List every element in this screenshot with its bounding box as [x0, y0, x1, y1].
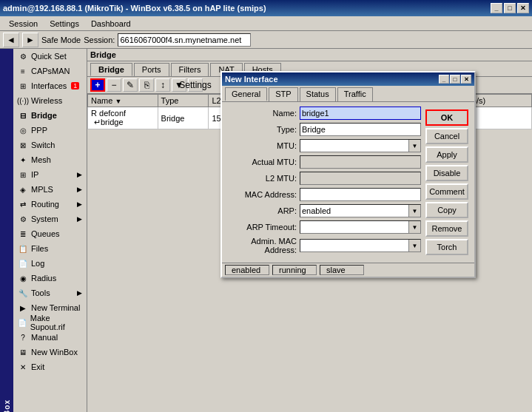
sidebar-item-label: Mesh	[31, 155, 51, 164]
sidebar-item-bridge[interactable]: ⊟ Bridge	[13, 108, 87, 123]
sidebar-item-new-terminal[interactable]: ▶ New Terminal	[13, 300, 87, 315]
sidebar-item-queues[interactable]: ≣ Queues	[13, 226, 87, 241]
wireless-icon: ((·))	[18, 95, 28, 106]
safe-mode-label: Safe Mode	[41, 36, 81, 44]
menu-session[interactable]: Session	[3, 18, 44, 30]
tab-filters[interactable]: Filters	[171, 63, 209, 76]
dialog-title-bar: New Interface _ □ ✕	[222, 72, 474, 86]
sidebar-item-ppp[interactable]: ◎ PPP	[13, 123, 87, 138]
tab-ports[interactable]: Ports	[134, 63, 169, 76]
dialog-tab-stp[interactable]: STP	[269, 87, 297, 101]
settings-button[interactable]: Settings	[188, 78, 203, 92]
sidebar-item-radius[interactable]: ◉ Radius	[13, 271, 87, 286]
sidebar-item-make-supout[interactable]: 📄 Make Supout.rif	[13, 315, 87, 330]
sidebar-item-mpls[interactable]: ◈ MPLS ▶	[13, 182, 87, 197]
l2mtu-input	[300, 172, 421, 185]
sort-button[interactable]: ↕	[155, 78, 170, 92]
copy-button[interactable]: Copy	[425, 202, 468, 218]
dialog-maximize-button[interactable]: □	[450, 75, 460, 84]
sidebar-item-routing[interactable]: ⇄ Routing ▶	[13, 197, 87, 212]
apply-button[interactable]: Apply	[425, 146, 468, 163]
sidebar-item-switch[interactable]: ⊠ Switch	[13, 138, 87, 152]
mtu-select[interactable]: ▼	[300, 139, 421, 152]
mtu-label: MTU:	[226, 141, 297, 150]
arp-arrow[interactable]: ▼	[408, 205, 420, 217]
sidebar-item-label: Switch	[31, 141, 55, 149]
dialog-tab-status[interactable]: Status	[300, 87, 336, 101]
terminal-icon: ▶	[18, 303, 28, 313]
remove-button[interactable]: −	[107, 78, 121, 92]
arp-timeout-arrow[interactable]: ▼	[408, 221, 420, 233]
arp-select[interactable]: enabled ▼	[300, 204, 421, 217]
sidebar-item-new-winbox[interactable]: 🖥 New WinBox	[13, 345, 87, 359]
sidebar-item-interfaces[interactable]: ⊞ Interfaces 1	[13, 78, 87, 93]
sidebar-item-exit[interactable]: ✕ Exit	[13, 359, 87, 374]
maximize-button[interactable]: □	[504, 3, 516, 13]
exit-icon: ✕	[18, 362, 28, 372]
minimize-button[interactable]: _	[491, 3, 502, 13]
back-button[interactable]: ◄	[3, 33, 19, 47]
capsman-icon: ≡	[18, 66, 28, 76]
dialog-tab-general[interactable]: General	[225, 87, 267, 101]
manual-icon: ?	[18, 332, 28, 342]
title-buttons: _ □ ✕	[491, 3, 529, 13]
row-flag: R defconf ↵bridge	[88, 107, 158, 129]
tab-bridge[interactable]: Bridge	[90, 63, 132, 76]
mtu-arrow[interactable]: ▼	[408, 140, 420, 152]
session-input[interactable]	[118, 33, 251, 47]
sidebar-item-label: Wireless	[31, 96, 62, 105]
sidebar-item-ip[interactable]: ⊞ IP ▶	[13, 167, 87, 182]
admin-mac-select[interactable]: ▼	[300, 239, 421, 252]
copy-button[interactable]: ⎘	[139, 78, 154, 92]
sidebar-item-label: Log	[31, 259, 44, 268]
sidebar-item-label: CAPsMAN	[31, 67, 70, 75]
sidebar-item-tools[interactable]: 🔧 Tools ▶	[13, 286, 87, 300]
arp-timeout-select[interactable]: ▼	[300, 220, 421, 234]
col-type[interactable]: Type	[158, 95, 209, 107]
sidebar-item-label: Files	[31, 244, 48, 253]
dialog-close-button[interactable]: ✕	[461, 75, 471, 84]
name-field-row: Name:	[226, 107, 421, 120]
actual-mtu-label: Actual MTU:	[226, 158, 297, 166]
arp-value: enabled	[300, 206, 408, 215]
sidebar-item-mesh[interactable]: ✦ Mesh	[13, 152, 87, 167]
remove-button[interactable]: Remove	[425, 220, 468, 237]
menu-dashboard[interactable]: Dashboard	[85, 18, 137, 30]
l2mtu-label: L2 MTU:	[226, 174, 297, 183]
ok-button[interactable]: OK	[425, 109, 468, 126]
add-button[interactable]: +	[90, 78, 105, 92]
comment-button[interactable]: Comment	[425, 183, 468, 200]
sidebar-item-wireless[interactable]: ((·)) Wireless	[13, 93, 87, 108]
admin-mac-arrow[interactable]: ▼	[408, 240, 420, 251]
mesh-icon: ✦	[18, 155, 28, 165]
edit-button[interactable]: ✎	[123, 78, 138, 92]
menu-settings[interactable]: Settings	[44, 18, 85, 30]
disable-button[interactable]: Disable	[425, 165, 468, 181]
content-area: Bridge Bridge Ports Filters NAT Hosts + …	[87, 49, 532, 412]
dialog-tab-traffic[interactable]: Traffic	[337, 87, 373, 101]
dialog-minimize-button[interactable]: _	[439, 75, 449, 84]
system-icon: ⚙	[18, 214, 28, 224]
sidebar-item-system[interactable]: ⚙ System ▶	[13, 212, 87, 226]
sidebar-item-quick-set[interactable]: ⚙ Quick Set	[13, 49, 87, 64]
cancel-button[interactable]: Cancel	[425, 128, 468, 144]
name-input[interactable]	[300, 107, 421, 120]
mac-address-row: MAC Address:	[226, 188, 421, 201]
dialog-content: Name: Type: MTU: ▼	[222, 102, 474, 263]
arp-label: ARP:	[226, 206, 297, 215]
sidebar-item-label: Quick Set	[31, 52, 67, 61]
sidebar-item-label: Interfaces	[31, 81, 67, 90]
sidebar-item-capsman[interactable]: ≡ CAPsMAN	[13, 64, 87, 78]
routing-icon: ⇄	[18, 199, 28, 209]
sidebar-item-manual[interactable]: ? Manual	[13, 330, 87, 345]
queues-icon: ≣	[18, 229, 28, 239]
sidebar-item-log[interactable]: 📄 Log	[13, 256, 87, 271]
torch-button[interactable]: Torch	[425, 239, 468, 255]
col-name[interactable]: Name ▼	[88, 95, 158, 107]
sidebar-item-label: PPP	[31, 126, 47, 135]
forward-button[interactable]: ►	[22, 33, 38, 47]
close-button[interactable]: ✕	[517, 3, 529, 13]
mac-input[interactable]	[300, 188, 421, 201]
title-text: admin@192.168.88.1 (MikroTik) - WinBox v…	[3, 4, 491, 13]
sidebar-item-files[interactable]: 📋 Files	[13, 241, 87, 256]
